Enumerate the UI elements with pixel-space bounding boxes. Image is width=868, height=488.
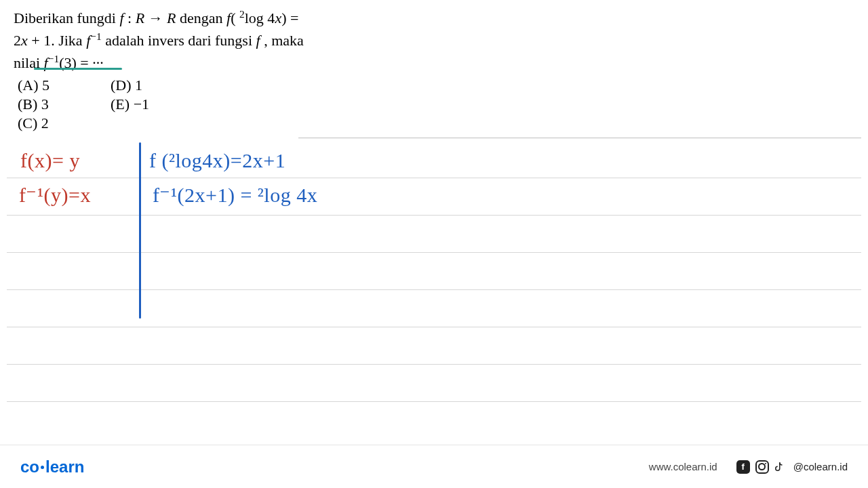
option-a: (A) 5 bbox=[18, 77, 50, 94]
handwriting-eq1: f (²log4x)=2x+1 bbox=[149, 149, 285, 172]
answer-options: (A) 5 (B) 3 (C) 2 (D) 1 (E) −1 bbox=[0, 74, 868, 138]
question-line2: 2x + 1. Jika f−1 adalah invers dari fung… bbox=[14, 29, 854, 52]
ruled-line bbox=[7, 289, 861, 290]
divider-line bbox=[298, 138, 861, 138]
question-line3: nilai f−1(3) = ··· bbox=[14, 52, 854, 74]
ruled-line bbox=[7, 401, 861, 402]
ruled-line bbox=[7, 252, 861, 253]
social-handle: @colearn.id bbox=[793, 461, 848, 472]
handwriting-finv: f⁻¹(y)=x bbox=[19, 183, 91, 207]
facebook-icon: f bbox=[736, 460, 750, 474]
logo-dot-icon bbox=[41, 466, 44, 469]
question-text: Diberikan fungdi f : R → R dengan f( 2lo… bbox=[0, 0, 868, 74]
option-b: (B) 3 bbox=[18, 96, 50, 113]
footer-url: www.colearn.id bbox=[649, 461, 717, 472]
footer-bar: colearn www.colearn.id f @colearn.id bbox=[0, 445, 868, 488]
tiktok-icon bbox=[774, 460, 788, 474]
vertical-separator bbox=[139, 142, 141, 319]
option-d: (D) 1 bbox=[111, 77, 149, 94]
question-line1: Diberikan fungdi f : R → R dengan f( 2lo… bbox=[14, 7, 854, 29]
options-col-left: (A) 5 (B) 3 (C) 2 bbox=[18, 77, 50, 132]
option-e: (E) −1 bbox=[111, 96, 149, 113]
logo-part2: learn bbox=[45, 458, 84, 476]
ruled-line bbox=[7, 178, 861, 178]
ruled-line bbox=[7, 327, 861, 327]
ruled-line bbox=[7, 364, 861, 365]
brand-logo: colearn bbox=[20, 458, 84, 476]
logo-part1: co bbox=[20, 458, 39, 476]
option-c: (C) 2 bbox=[18, 115, 50, 132]
options-col-right: (D) 1 (E) −1 bbox=[111, 77, 149, 132]
ruled-line bbox=[7, 215, 861, 216]
handwriting-eq2: f⁻¹(2x+1) = ²log 4x bbox=[153, 183, 317, 207]
instagram-icon bbox=[755, 460, 769, 474]
handwriting-fx: f(x)= y bbox=[20, 149, 80, 172]
social-links: f @colearn.id bbox=[736, 460, 848, 474]
notebook-area: f(x)= y f⁻¹(y)=x f (²log4x)=2x+1 f⁻¹(2x+… bbox=[0, 144, 868, 435]
underline-highlight bbox=[34, 68, 122, 70]
